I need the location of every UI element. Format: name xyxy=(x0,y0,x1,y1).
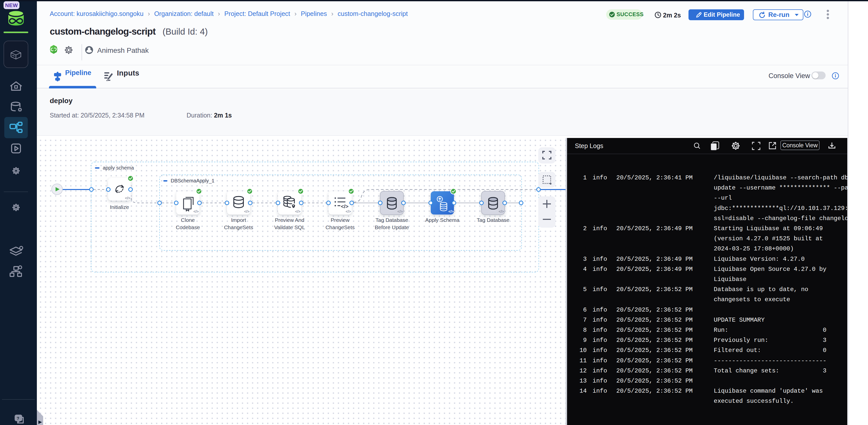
svg-text:?: ? xyxy=(17,416,19,421)
